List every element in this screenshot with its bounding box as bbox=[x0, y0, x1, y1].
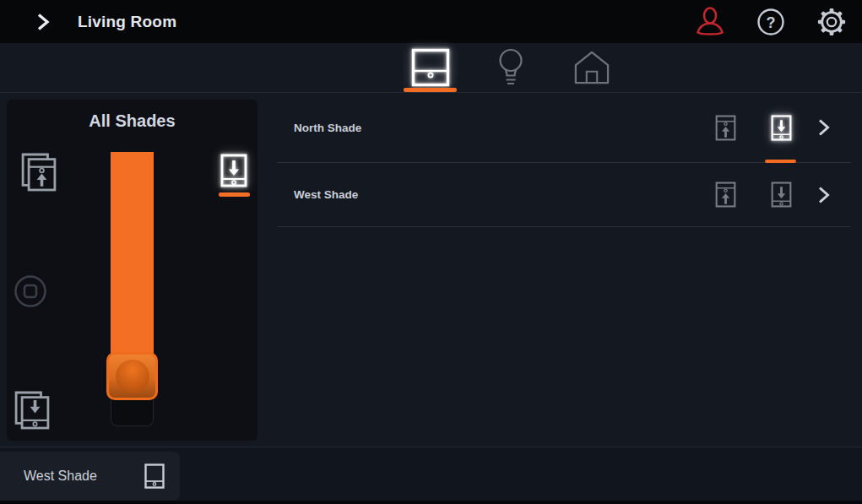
active-action-underline bbox=[219, 192, 250, 197]
lower-shade-icon bbox=[219, 154, 249, 187]
tab-home[interactable] bbox=[573, 43, 610, 92]
home-icon bbox=[573, 50, 610, 85]
profile-icon[interactable] bbox=[695, 7, 725, 37]
device-tab-bar bbox=[0, 43, 862, 93]
active-tab-underline bbox=[404, 88, 457, 92]
settings-gear-icon[interactable] bbox=[816, 7, 847, 37]
tab-shades[interactable] bbox=[404, 43, 457, 92]
slider-knob bbox=[116, 360, 149, 393]
raise-all-shades-button[interactable] bbox=[21, 152, 57, 192]
all-shades-panel: All Shades bbox=[7, 100, 258, 441]
lower-shade-active-control[interactable] bbox=[217, 154, 251, 197]
bottom-shade-label: West Shade bbox=[24, 469, 144, 484]
panel-title: All Shades bbox=[7, 111, 258, 131]
forward-chevron-icon[interactable] bbox=[34, 12, 52, 32]
slider-handle[interactable] bbox=[106, 352, 158, 400]
svg-text:?: ? bbox=[767, 14, 776, 30]
shade-row-label: North Shade bbox=[277, 122, 714, 134]
main-content: All Shades bbox=[0, 93, 862, 447]
shade-icon bbox=[411, 48, 450, 87]
bottom-edge-strip bbox=[0, 501, 862, 504]
tab-lights[interactable] bbox=[494, 43, 528, 92]
lower-shade-control[interactable] bbox=[765, 163, 797, 226]
top-bar: Living Room ? bbox=[0, 0, 862, 43]
stop-button[interactable] bbox=[14, 274, 47, 308]
shade-icon bbox=[144, 463, 165, 489]
slider-empty-track[interactable] bbox=[111, 400, 154, 426]
help-icon[interactable]: ? bbox=[756, 7, 786, 37]
slider-fill-track[interactable] bbox=[111, 152, 154, 359]
lower-shade-control-active[interactable] bbox=[765, 93, 797, 162]
lower-all-shades-button[interactable] bbox=[14, 390, 50, 431]
chevron-right-icon[interactable] bbox=[816, 118, 832, 137]
shade-row-north[interactable]: North Shade bbox=[277, 93, 851, 163]
lower-shade-icon bbox=[771, 115, 792, 141]
bulb-icon bbox=[494, 47, 528, 88]
raise-shade-icon[interactable] bbox=[714, 182, 736, 208]
bottom-bar: West Shade bbox=[0, 447, 862, 501]
chevron-right-icon[interactable] bbox=[816, 186, 832, 204]
top-bar-actions: ? bbox=[695, 7, 862, 37]
raise-shade-icon[interactable] bbox=[714, 115, 736, 141]
page-title: Living Room bbox=[78, 13, 176, 31]
bottom-selected-shade-tab[interactable]: West Shade bbox=[0, 452, 180, 501]
lower-shade-icon bbox=[771, 182, 792, 208]
shade-list: North Shade bbox=[277, 93, 851, 227]
shade-row-label: West Shade bbox=[277, 188, 714, 201]
shade-row-west[interactable]: West Shade bbox=[277, 163, 851, 227]
